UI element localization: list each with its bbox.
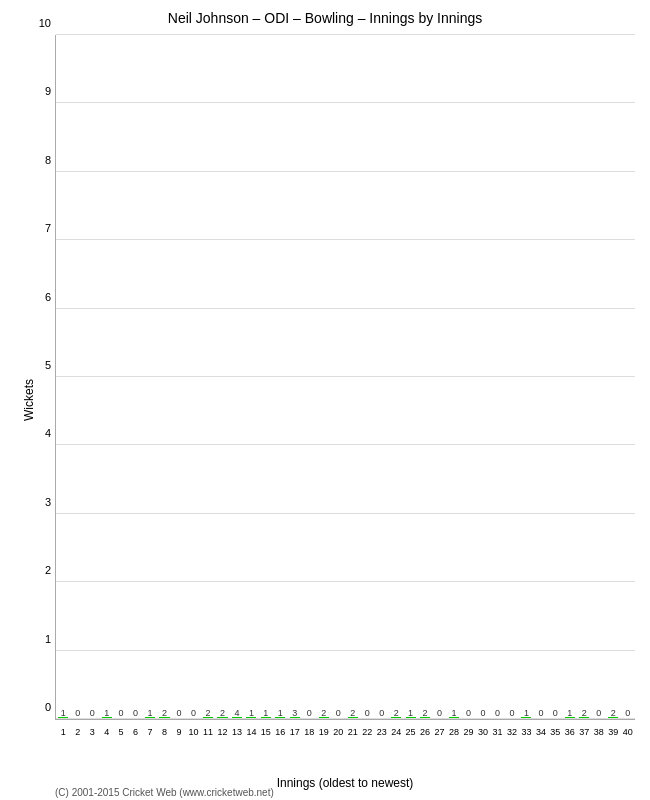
x-tick-label: 14 bbox=[244, 727, 258, 737]
x-tick-label: 15 bbox=[259, 727, 273, 737]
bar-value-label: 0 bbox=[461, 708, 475, 718]
grid-line bbox=[56, 581, 635, 582]
bar-value-label: 4 bbox=[230, 708, 244, 718]
x-tick-label: 10 bbox=[186, 727, 200, 737]
bar-value-label: 0 bbox=[374, 708, 388, 718]
grid-line bbox=[56, 444, 635, 445]
y-tick-label: 1 bbox=[21, 633, 51, 645]
bar-value-label: 0 bbox=[490, 708, 504, 718]
bar-value-label: 0 bbox=[85, 708, 99, 718]
bar-value-label: 0 bbox=[534, 708, 548, 718]
x-tick-label: 13 bbox=[230, 727, 244, 737]
x-tick-label: 1 bbox=[56, 727, 70, 737]
x-tick-label: 11 bbox=[201, 727, 215, 737]
y-tick-label: 3 bbox=[21, 496, 51, 508]
x-tick-label: 9 bbox=[172, 727, 186, 737]
x-tick-label: 36 bbox=[563, 727, 577, 737]
x-tick-label: 23 bbox=[374, 727, 388, 737]
bar-value-label: 0 bbox=[70, 708, 84, 718]
x-tick-label: 4 bbox=[99, 727, 113, 737]
bar-value-label: 1 bbox=[143, 708, 157, 718]
bar-value-label: 3 bbox=[288, 708, 302, 718]
y-tick-label: 9 bbox=[21, 85, 51, 97]
bar-value-label: 1 bbox=[403, 708, 417, 718]
grid-line bbox=[56, 102, 635, 103]
x-tick-label: 29 bbox=[461, 727, 475, 737]
bars-wrapper: 1102031405061728090102112124131141151163… bbox=[56, 35, 635, 719]
bar-value-label: 2 bbox=[577, 708, 591, 718]
x-tick-label: 19 bbox=[317, 727, 331, 737]
bar-value-label: 0 bbox=[548, 708, 562, 718]
bar-value-label: 0 bbox=[621, 708, 635, 718]
chart-container: Neil Johnson – ODI – Bowling – Innings b… bbox=[0, 0, 650, 800]
bar-value-label: 2 bbox=[346, 708, 360, 718]
x-tick-label: 21 bbox=[346, 727, 360, 737]
chart-title: Neil Johnson – ODI – Bowling – Innings b… bbox=[0, 0, 650, 31]
bar-value-label: 2 bbox=[157, 708, 171, 718]
x-tick-label: 35 bbox=[548, 727, 562, 737]
copyright-text: (C) 2001-2015 Cricket Web (www.cricketwe… bbox=[55, 787, 274, 798]
x-tick-label: 5 bbox=[114, 727, 128, 737]
grid-line bbox=[56, 376, 635, 377]
grid-line bbox=[56, 308, 635, 309]
x-tick-label: 2 bbox=[70, 727, 84, 737]
bar-value-label: 1 bbox=[519, 708, 533, 718]
grid-line bbox=[56, 513, 635, 514]
y-tick-label: 4 bbox=[21, 427, 51, 439]
chart-area: 1102031405061728090102112124131141151163… bbox=[55, 35, 635, 720]
grid-line bbox=[56, 239, 635, 240]
x-tick-label: 18 bbox=[302, 727, 316, 737]
x-tick-label: 38 bbox=[592, 727, 606, 737]
bar-value-label: 1 bbox=[244, 708, 258, 718]
x-tick-label: 37 bbox=[577, 727, 591, 737]
bar-value-label: 0 bbox=[476, 708, 490, 718]
bar-value-label: 0 bbox=[505, 708, 519, 718]
x-tick-label: 20 bbox=[331, 727, 345, 737]
bar-value-label: 2 bbox=[317, 708, 331, 718]
bar-value-label: 1 bbox=[563, 708, 577, 718]
x-tick-label: 33 bbox=[519, 727, 533, 737]
y-tick-label: 0 bbox=[21, 701, 51, 713]
bar-value-label: 0 bbox=[331, 708, 345, 718]
x-tick-label: 40 bbox=[621, 727, 635, 737]
x-tick-label: 16 bbox=[273, 727, 287, 737]
bar-value-label: 0 bbox=[128, 708, 142, 718]
x-tick-label: 7 bbox=[143, 727, 157, 737]
bar-value-label: 0 bbox=[186, 708, 200, 718]
x-tick-label: 8 bbox=[157, 727, 171, 737]
x-tick-label: 28 bbox=[447, 727, 461, 737]
bar-value-label: 1 bbox=[56, 708, 70, 718]
bar-value-label: 0 bbox=[592, 708, 606, 718]
x-tick-label: 6 bbox=[128, 727, 142, 737]
y-tick-label: 7 bbox=[21, 222, 51, 234]
x-tick-label: 22 bbox=[360, 727, 374, 737]
y-tick-label: 5 bbox=[21, 359, 51, 371]
bar-value-label: 2 bbox=[201, 708, 215, 718]
x-tick-label: 27 bbox=[432, 727, 446, 737]
bar-value-label: 2 bbox=[606, 708, 620, 718]
y-axis-label: Wickets bbox=[22, 379, 36, 421]
grid-line bbox=[56, 34, 635, 35]
x-tick-label: 26 bbox=[418, 727, 432, 737]
grid-line bbox=[56, 718, 635, 719]
bar-value-label: 0 bbox=[432, 708, 446, 718]
bar-value-label: 0 bbox=[302, 708, 316, 718]
x-tick-label: 25 bbox=[403, 727, 417, 737]
x-tick-label: 34 bbox=[534, 727, 548, 737]
x-tick-label: 32 bbox=[505, 727, 519, 737]
bar-value-label: 0 bbox=[360, 708, 374, 718]
x-tick-label: 39 bbox=[606, 727, 620, 737]
bar-value-label: 1 bbox=[99, 708, 113, 718]
bar-value-label: 1 bbox=[273, 708, 287, 718]
x-tick-label: 24 bbox=[389, 727, 403, 737]
x-tick-label: 17 bbox=[288, 727, 302, 737]
bar-value-label: 2 bbox=[215, 708, 229, 718]
y-tick-label: 2 bbox=[21, 564, 51, 576]
bar-value-label: 2 bbox=[418, 708, 432, 718]
bar-value-label: 1 bbox=[447, 708, 461, 718]
y-tick-label: 6 bbox=[21, 291, 51, 303]
bar-value-label: 0 bbox=[114, 708, 128, 718]
grid-line bbox=[56, 650, 635, 651]
x-tick-label: 12 bbox=[215, 727, 229, 737]
bar-value-label: 0 bbox=[172, 708, 186, 718]
